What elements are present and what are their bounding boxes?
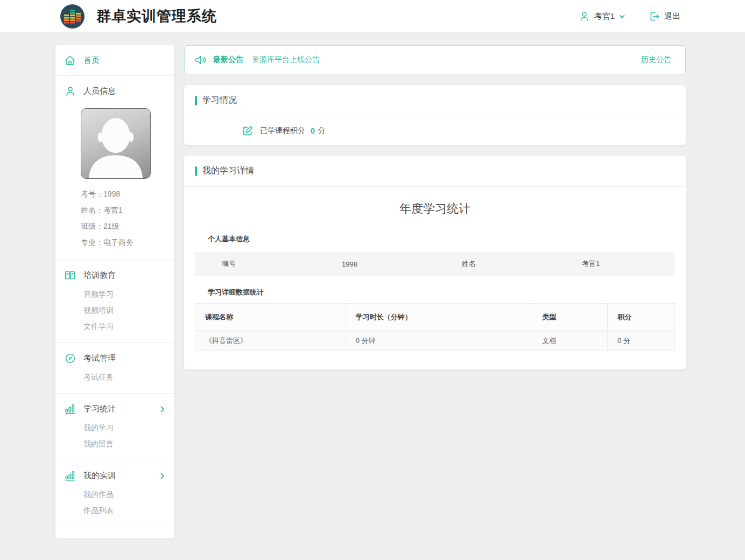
cell-score: 0 分 — [608, 331, 675, 351]
logout-label: 退出 — [664, 11, 680, 22]
sidebar-item-label: 人员信息 — [83, 86, 116, 96]
column-header-type: 类型 — [532, 304, 608, 331]
column-header-duration: 学习时长（分钟） — [346, 304, 532, 331]
basic-info-name-label: 姓名 — [435, 259, 555, 269]
credit-unit: 分 — [318, 126, 326, 136]
cell-duration: 0 分钟 — [346, 331, 532, 351]
study-detail-title: 我的学习详情 — [202, 165, 254, 177]
announcement-link[interactable]: 资源库平台上线公告 — [252, 55, 320, 65]
brand: 群卓实训管理系统 — [60, 4, 217, 29]
main-content: 最新公告 资源库平台上线公告 历史公告 学习情况 已学课程积分 0 分 — [184, 45, 686, 369]
column-header-score: 积分 — [608, 304, 675, 331]
stats-label: 学习详细数据统计 — [208, 288, 675, 297]
basic-info-name-value: 考官1 — [555, 259, 675, 269]
sidebar-subitem-audio-study[interactable]: 音频学习 — [83, 286, 166, 302]
cell-type: 文档 — [532, 331, 608, 351]
credit-value: 0 — [311, 127, 315, 135]
study-status-card: 学习情况 已学课程积分 0 分 — [184, 85, 686, 145]
page-body: 首页 人员信息 — [55, 32, 686, 538]
speaker-icon — [194, 54, 207, 66]
sidebar-item-label: 我的实训 — [83, 471, 116, 481]
sidebar-section-exam: 考试管理 考试任务 — [55, 343, 174, 394]
study-status-body: 已学课程积分 0 分 — [184, 116, 686, 145]
sidebar-item-exam[interactable]: 考试管理 — [64, 350, 166, 366]
accent-bar — [195, 96, 197, 106]
sidebar: 首页 人员信息 — [55, 45, 174, 538]
sidebar-section-empty — [55, 527, 174, 538]
sidebar-subitem-my-study[interactable]: 我的学习 — [83, 419, 166, 436]
basic-info-row: 编号 1998 姓名 考官1 — [195, 252, 675, 276]
sidebar-subitem-my-works[interactable]: 我的作品 — [83, 486, 166, 502]
accent-bar — [195, 166, 197, 176]
profile-field-exam-no: 考号：1998 — [81, 186, 166, 202]
latest-announcement-label: 最新公告 — [213, 55, 243, 65]
stats-table: 课程名称 学习时长（分钟） 类型 积分 《抖音雷区》 0 分钟 文档 0 分 — [195, 303, 675, 351]
chevron-right-icon — [160, 473, 165, 479]
chevron-right-icon — [160, 406, 165, 412]
study-status-header: 学习情况 — [184, 85, 686, 116]
sidebar-item-label: 首页 — [83, 55, 100, 66]
sidebar-item-label: 考试管理 — [83, 353, 116, 363]
book-icon — [64, 269, 76, 281]
profile-field-class: 班级：21级 — [81, 218, 166, 234]
app-header: 群卓实训管理系统 考官1 — [0, 0, 745, 32]
profile-fields: 考号：1998 姓名：考官1 班级：21级 专业：电子商务 — [81, 186, 166, 250]
submenu-study-stats: 我的学习 我的留言 — [83, 419, 166, 452]
basic-info-id-value: 1998 — [315, 260, 435, 268]
basic-info-id-label: 编号 — [195, 259, 315, 269]
history-announcements-link[interactable]: 历史公告 — [641, 55, 671, 65]
sidebar-subitem-file-study[interactable]: 文件学习 — [83, 318, 166, 334]
bar-chart-icon — [64, 470, 76, 481]
app-logo-equalizer-icon — [60, 4, 85, 29]
announcement-bar: 最新公告 资源库平台上线公告 历史公告 — [184, 45, 686, 74]
avatar — [81, 108, 151, 179]
sidebar-item-home[interactable]: 首页 — [64, 52, 166, 68]
column-header-course: 课程名称 — [195, 304, 346, 331]
sidebar-item-training[interactable]: 培训教育 — [64, 267, 166, 283]
study-detail-card: 我的学习详情 年度学习统计 个人基本信息 编号 1998 姓名 考官1 学习详细… — [184, 156, 686, 369]
user-name: 考官1 — [594, 11, 615, 22]
sidebar-section-study-stats: 学习统计 我的学习 我的留言 — [55, 394, 174, 460]
submenu-exam: 考试任务 — [83, 369, 166, 385]
sidebar-subitem-works-list[interactable]: 作品列表 — [83, 502, 166, 519]
sidebar-item-personnel[interactable]: 人员信息 — [64, 83, 166, 99]
home-icon — [64, 54, 76, 66]
cell-course-name: 《抖音雷区》 — [195, 331, 346, 351]
chevron-down-icon — [619, 15, 625, 18]
sidebar-subitem-exam-task[interactable]: 考试任务 — [83, 369, 166, 385]
user-icon — [579, 11, 590, 22]
study-status-title: 学习情况 — [202, 95, 237, 106]
sidebar-section-home: 首页 — [55, 45, 174, 76]
person-icon — [64, 86, 76, 97]
sidebar-subitem-video-training[interactable]: 视频培训 — [83, 302, 166, 318]
sidebar-section-training: 培训教育 音频学习 视频培训 文件学习 — [55, 260, 174, 343]
sidebar-item-label: 学习统计 — [83, 404, 116, 414]
logout-button[interactable]: 退出 — [649, 11, 680, 22]
app-title: 群卓实训管理系统 — [96, 6, 217, 26]
sidebar-section-personnel: 人员信息 考号：1998 姓名：考官1 班级：21级 专业：电子商务 — [55, 76, 174, 260]
header-actions: 考官1 退出 — [579, 11, 680, 22]
basic-info-label: 个人基本信息 — [208, 234, 675, 244]
sidebar-item-study-stats[interactable]: 学习统计 — [64, 401, 166, 417]
user-menu[interactable]: 考官1 — [579, 11, 625, 22]
compass-icon — [64, 353, 76, 364]
annual-report-title: 年度学习统计 — [195, 187, 675, 222]
study-detail-header: 我的学习详情 — [184, 156, 686, 187]
edit-icon — [242, 125, 254, 136]
study-detail-body: 年度学习统计 个人基本信息 编号 1998 姓名 考官1 学习详细数据统计 课程… — [184, 187, 686, 369]
credit-label: 已学课程积分 — [260, 126, 305, 136]
sidebar-item-label: 培训教育 — [83, 270, 116, 281]
bar-chart-icon — [64, 403, 76, 415]
sidebar-section-my-practice: 我的实训 我的作品 作品列表 — [55, 460, 174, 527]
page-footer: 版权所有 ©Copyright 2009 - 2020. 56sucai.com… — [0, 538, 745, 560]
submenu-my-practice: 我的作品 作品列表 — [83, 486, 166, 519]
profile-field-major: 专业：电子商务 — [81, 234, 166, 250]
submenu-training: 音频学习 视频培训 文件学习 — [83, 286, 166, 334]
table-row: 《抖音雷区》 0 分钟 文档 0 分 — [195, 331, 675, 351]
stats-table-header-row: 课程名称 学习时长（分钟） 类型 积分 — [195, 304, 675, 331]
profile-field-name: 姓名：考官1 — [81, 202, 166, 218]
sidebar-subitem-my-messages[interactable]: 我的留言 — [83, 436, 166, 452]
sidebar-item-my-practice[interactable]: 我的实训 — [64, 467, 166, 484]
logout-icon — [649, 11, 660, 22]
